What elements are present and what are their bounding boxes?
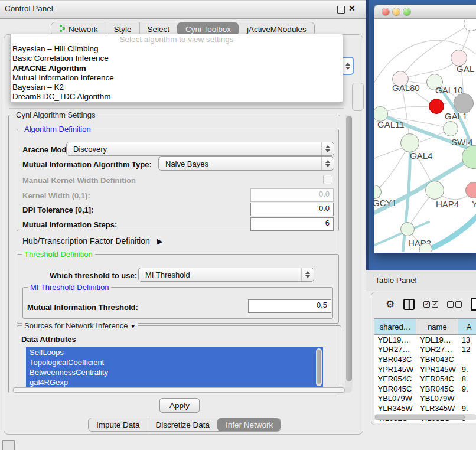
scrollbar-thumb[interactable] — [375, 415, 465, 420]
table-row[interactable]: YDL19…YDL19…13 — [374, 335, 476, 345]
minimize-traffic-light-icon[interactable] — [393, 8, 400, 15]
column-header-name[interactable]: name — [416, 319, 458, 335]
maximize-traffic-light-icon[interactable] — [403, 8, 410, 15]
table-row[interactable]: YBR043CYBR043C — [374, 354, 476, 364]
network-node-gcy1[interactable] — [374, 185, 382, 199]
mi-type-value: Naive Bayes — [159, 159, 321, 168]
bottom-tab-discretize-data[interactable]: Discretize Data — [148, 418, 218, 431]
scrollbar-thumb[interactable] — [13, 387, 345, 393]
table-cell: YBR045C — [416, 384, 458, 394]
chevron-updown-icon — [321, 142, 334, 155]
hub-definition-label: Hub/Transcription Factor Definition — [22, 236, 150, 246]
table-cell: 9. — [458, 384, 476, 394]
gear-icon[interactable]: ⚙ — [386, 298, 395, 311]
table-row[interactable]: YER054CYER054C8. — [374, 374, 476, 384]
float-window-icon[interactable] — [337, 6, 345, 14]
algorithm-combobox-stepper[interactable] — [341, 57, 354, 75]
manual-kernel-label: Manual Kernel Width Definition — [22, 176, 136, 185]
attribute-list-item[interactable]: BetweennessCentrality — [26, 367, 323, 377]
minimized-panel-icon[interactable] — [2, 440, 15, 450]
table-row[interactable]: YDR27…YDR27…12 — [374, 345, 476, 355]
table-cell: YBL079W — [374, 394, 416, 404]
hub-definition-toggle[interactable]: Hub/Transcription Factor Definition ▶ — [22, 236, 163, 246]
table-cell: 12 — [458, 345, 476, 355]
expand-arrow-icon: ▶ — [152, 237, 163, 246]
network-node-hap2[interactable] — [400, 222, 415, 236]
network-node[interactable] — [443, 121, 458, 136]
deselect-all-checkboxes-icon[interactable] — [447, 301, 462, 308]
table-row[interactable]: YBL079WYBL079W — [374, 394, 476, 404]
tab-label: Infer Network — [226, 420, 273, 429]
hidden-divider — [9, 108, 344, 109]
kernel-width-label: Kernel Width (0,1): — [22, 191, 90, 200]
network-node-gal1[interactable] — [429, 99, 444, 114]
aracne-mode-value: Discovery — [67, 145, 321, 154]
sources-group-title: Sources for Network Inference ▼ — [22, 321, 138, 330]
table-row[interactable]: YBR045CYBR045C9. — [374, 384, 476, 394]
close-icon[interactable]: ✕ — [348, 4, 356, 13]
attr-list-scrollbar[interactable] — [316, 348, 322, 386]
attribute-list-item[interactable]: TopologicalCoefficient — [26, 357, 323, 367]
select-all-checkboxes-icon[interactable]: ✓✓ — [423, 301, 438, 308]
sources-title-text[interactable]: Sources for Network Inference — [24, 321, 128, 330]
scrollbar-thumb[interactable] — [346, 116, 352, 381]
table-cell: 9. — [458, 364, 476, 374]
node-label: GAL10 — [435, 85, 463, 95]
table-row[interactable]: YLR345WYLR345W9. — [374, 403, 476, 413]
mi-steps-field[interactable]: 6 — [250, 217, 334, 231]
bottom-tab-infer-network[interactable]: Infer Network — [217, 418, 281, 431]
table-cell: YER054C — [374, 374, 416, 384]
mi-threshold-field[interactable]: 0.5 — [248, 299, 331, 313]
algorithm-menu: Bayesian – Hill ClimbingBasic Correlatio… — [11, 44, 343, 102]
settings-vertical-scrollbar[interactable] — [345, 115, 353, 390]
threshold-definition-title: Threshold Definition — [22, 250, 95, 259]
apply-button[interactable]: Apply — [159, 398, 200, 413]
column-header-shared[interactable]: shared… — [374, 319, 416, 335]
network-node-swi4[interactable] — [462, 145, 476, 169]
network-node[interactable] — [464, 19, 476, 31]
attribute-list-item[interactable]: gal4RGexp — [26, 377, 323, 387]
bottom-tabstrip: Impute DataDiscretize DataInfer Network — [88, 418, 281, 432]
manual-kernel-checkbox[interactable] — [323, 175, 332, 184]
table-cell: YBL079W — [416, 394, 458, 404]
which-threshold-select[interactable]: MI Threshold — [138, 268, 314, 282]
algorithm-menu-item[interactable]: Bayesian – Hill Climbing — [11, 44, 343, 54]
close-traffic-light-icon[interactable] — [382, 8, 389, 15]
bottom-tab-impute-data[interactable]: Impute Data — [89, 418, 148, 431]
network-node-gal4[interactable] — [400, 133, 419, 152]
table-row[interactable]: YPR145WYPR145W9. — [374, 364, 476, 374]
attribute-list-item[interactable]: SelfLoops — [26, 347, 323, 357]
dpi-tolerance-field[interactable]: 0.0 — [250, 203, 334, 216]
network-node[interactable] — [419, 243, 432, 252]
which-threshold-value: MI Threshold — [139, 270, 301, 279]
algorithm-menu-item[interactable]: Mutual Information Inference — [11, 73, 343, 83]
columns-icon[interactable] — [403, 299, 415, 310]
mi-threshold-label: Mutual Information Threshold: — [27, 303, 138, 312]
network-canvas[interactable]: GALGAL80GAL10GAL1GAL11GAL4SWI4GCY1HAP4YH… — [374, 19, 476, 252]
network-node-hap4[interactable] — [425, 181, 444, 200]
table-cell: 9. — [458, 403, 476, 413]
algorithm-menu-item[interactable]: Dream8 DC_TDC Algorithm — [11, 92, 343, 102]
scrollbar-thumb[interactable] — [317, 350, 321, 384]
mi-type-select[interactable]: Naive Bayes — [158, 156, 334, 171]
mi-steps-label: Mutual Information Steps: — [22, 220, 117, 229]
table-cell: YPR145W — [416, 364, 458, 374]
algorithm-menu-item[interactable]: Bayesian – K2 — [11, 83, 343, 92]
settings-horizontal-scrollbar[interactable] — [12, 387, 352, 393]
aracne-mode-select[interactable]: Discovery — [66, 142, 334, 156]
algorithm-menu-item[interactable]: ARACNE Algorithm — [11, 64, 343, 73]
table-cell: YDL19… — [416, 335, 458, 345]
control-panel-titlebar — [0, 0, 366, 19]
network-node-y[interactable] — [465, 182, 476, 198]
document-icon[interactable] — [471, 298, 476, 311]
table-horizontal-scrollbar[interactable] — [374, 414, 476, 420]
collapse-arrow-icon[interactable]: ▼ — [130, 323, 136, 330]
data-attributes-list[interactable]: SelfLoopsTopologicalCoefficientBetweenne… — [26, 347, 323, 387]
table-cell: 13 — [458, 335, 476, 345]
node-label: GCY1 — [374, 198, 397, 208]
table-panel-header: Table Panel — [366, 270, 476, 291]
algorithm-menu-item[interactable]: Basic Correlation Inference — [11, 54, 343, 63]
table-cell: YBR045C — [374, 384, 416, 394]
column-header-a[interactable]: A — [458, 319, 476, 335]
network-node[interactable] — [454, 93, 474, 113]
